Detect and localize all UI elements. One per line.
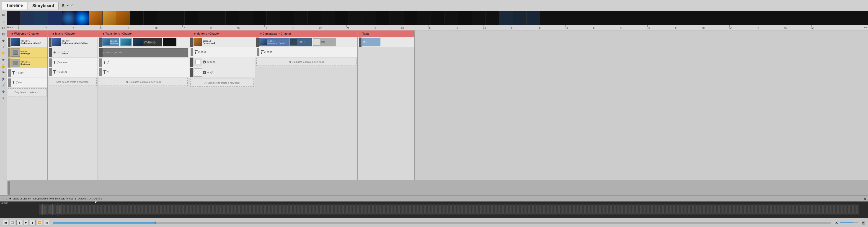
motions-track-clip: 00:05,10 Background <box>189 37 255 47</box>
chapter-collapse-icon[interactable]: ▬ <box>8 32 10 35</box>
tool-lock[interactable]: 🔒 <box>1 63 6 69</box>
tool-cursor-icon[interactable]: 🖱 <box>61 3 65 8</box>
transitions-collapse[interactable]: ▬ <box>99 32 102 35</box>
camerapan-collapse[interactable]: ▬ <box>257 32 259 35</box>
tool-hand[interactable]: ✋ <box>1 50 6 56</box>
motions-drop-icon: 🎵 <box>204 82 207 84</box>
shape-info2: 00:06,971 Rectangle <box>21 61 46 65</box>
tab-storyboard[interactable]: Storyboard <box>28 2 59 9</box>
particle-lbl: Particle <box>61 52 69 55</box>
music-T1: T <box>53 60 56 66</box>
audio-volume-icon[interactable]: 🔊 <box>835 221 839 225</box>
drop-zone-camerapan[interactable]: 🎵 Drag here to create a new track. <box>256 58 356 66</box>
audio-progress-thumb[interactable] <box>154 222 156 224</box>
tool-text[interactable]: T <box>1 44 6 49</box>
film-cell-dark <box>130 11 144 25</box>
music-drop-label: Drag here to create a new track. <box>57 81 89 83</box>
film-cell-dark <box>403 11 417 25</box>
tool-select[interactable]: ⊡ <box>1 25 6 31</box>
film-cell-dark <box>239 11 253 25</box>
tool-razor[interactable]: ⊟ <box>1 31 6 37</box>
motions-shape-icon2: ✏ <box>207 60 210 64</box>
camerapan-track-clips: 00:07,30 Background - Flexi-Co 00:06,90 <box>255 37 358 47</box>
motions-trans-icon3: ↺ <box>210 71 213 74</box>
tool-arrow[interactable]: ↕ <box>1 18 6 24</box>
audio-expand-icon[interactable]: ◀ <box>9 197 11 200</box>
audio-progress-container[interactable] <box>53 222 831 224</box>
audio-expand-icon2[interactable]: ⊠ <box>863 197 866 200</box>
music-text2-dur: 00:09,80 <box>59 71 67 73</box>
motions-shape-bar <box>190 58 193 67</box>
motions-title: Motions - Chapter <box>196 32 220 35</box>
track-row-text1: T 𝓒 00:07 <box>7 68 48 78</box>
ctrl-fast-forward[interactable]: ⏩ <box>37 220 42 225</box>
tool-hide[interactable]: 👁 <box>1 70 6 75</box>
shape-label: Rectangle <box>21 52 46 55</box>
ctrl-rewind[interactable]: ⏪ <box>9 220 15 225</box>
motions-clip-lbl: Background <box>203 42 254 44</box>
motions-add[interactable]: + <box>194 32 195 36</box>
audio-scroll-right[interactable]: ▶ <box>862 221 865 225</box>
tool-magnet[interactable]: ⊞ <box>1 12 6 18</box>
tool-ripple[interactable]: ≡ <box>1 95 6 101</box>
shape-duration: 00:06,971 <box>21 50 46 52</box>
particle-icon2: ✧ <box>57 51 60 54</box>
audio-note-icon: ♪ <box>6 197 7 200</box>
ctrl-next-frame[interactable]: ⏵ <box>30 220 36 225</box>
tool-snap[interactable]: ⊙ <box>1 89 6 94</box>
chapter-transitions: ▬ + Transitions - Chapter 00:05 <box>98 31 189 180</box>
chapter-music-header: ▬ + Music - Chapter <box>48 31 98 37</box>
motions-trans-icon1: 🖼 <box>203 71 206 74</box>
drop-zone-motions[interactable]: 🎵 Drag here to create a new track. <box>190 79 254 87</box>
tool-checkmark-icon[interactable]: ✓ <box>70 3 73 8</box>
tab-timeline[interactable]: Timeline <box>2 2 27 9</box>
music-T2: T <box>53 69 56 75</box>
ctrl-end[interactable]: ⏭ <box>44 220 49 225</box>
chapter-music-collapse[interactable]: ▬ <box>49 32 52 35</box>
camerapan-drop-label: Drag here to create a new track. <box>292 61 324 63</box>
tool-mute[interactable]: 🔊 <box>1 76 6 81</box>
timeline-scrollbar-v[interactable] <box>7 180 10 195</box>
music-clip-info: 00:10,70 Background - Flexi-Collage <box>62 40 97 44</box>
motions-T: T <box>194 49 197 55</box>
drop-zone-transitions[interactable]: 🎵 Drag here to create a new track. <box>99 78 188 86</box>
film-cell <box>7 11 21 25</box>
chapter-welcome: ▬ + Welcome - Chapter <box>7 31 48 180</box>
music-clip-thumb <box>52 38 61 46</box>
texts-collapse[interactable]: ▬ <box>359 32 362 35</box>
chapter-add-icon[interactable]: + <box>11 32 13 36</box>
ctrl-prev-frame[interactable]: ⏴ <box>17 220 22 225</box>
shape-info: 00:06,971 Rectangle <box>21 50 46 55</box>
chapter-camerapan-tracks: 00:07,30 Background - Flexi-Co 00:06,90 <box>255 37 358 67</box>
ctrl-rewind-start[interactable]: ⏮ <box>3 220 8 225</box>
camerapan-add[interactable]: + <box>260 32 262 36</box>
motions-shape-icon1: 🖼 <box>203 60 206 64</box>
drop-zone-music[interactable]: Drag here to create a new track. <box>49 78 97 86</box>
motions-clip-dur: 00:05,10 <box>203 40 254 42</box>
motions-text-dur: 00:09 <box>200 51 206 53</box>
film-cell-dark <box>294 11 308 25</box>
tool-move[interactable]: ⊗ <box>1 57 6 62</box>
tool-cut-icon[interactable]: ✂ <box>66 3 69 8</box>
scrollbar-thumb-v[interactable] <box>7 181 10 195</box>
drop-zone-welcome[interactable]: Drag here to create a n... <box>8 88 46 97</box>
transitions-add[interactable]: + <box>102 32 104 36</box>
audio-waveform[interactable]: +00:02 <box>0 201 868 218</box>
ctrl-play[interactable]: ▶ <box>23 220 29 225</box>
chapter-motions-tracks: 00:05,10 Background T 𝓒 00:09 <box>189 37 255 88</box>
film-cell-dark <box>171 11 185 25</box>
clip-info: 00:06,971 Background - Flexi-C <box>21 40 46 44</box>
tool-link[interactable]: 🔗 <box>1 82 6 88</box>
chapter-music-add[interactable]: + <box>53 32 54 36</box>
transitions-title: Transitions - Chapter <box>105 32 133 35</box>
audio-close-icon[interactable]: ✕ <box>2 197 4 200</box>
transitions-track-clips: 00:05,10 Background .774, <box>98 37 189 47</box>
motions-collapse[interactable]: ▬ <box>191 32 193 35</box>
motions-track-transparent: 🖼 ✏ ↺ <box>189 67 255 78</box>
audio-volume-slider[interactable] <box>840 222 859 223</box>
tool-zoom[interactable]: ⊕ <box>1 38 6 43</box>
trans-T2: T <box>103 69 106 75</box>
audio-offset-label: +00:02 <box>1 202 8 204</box>
music-text2-bar <box>49 68 52 76</box>
shape-thumb <box>11 48 20 56</box>
